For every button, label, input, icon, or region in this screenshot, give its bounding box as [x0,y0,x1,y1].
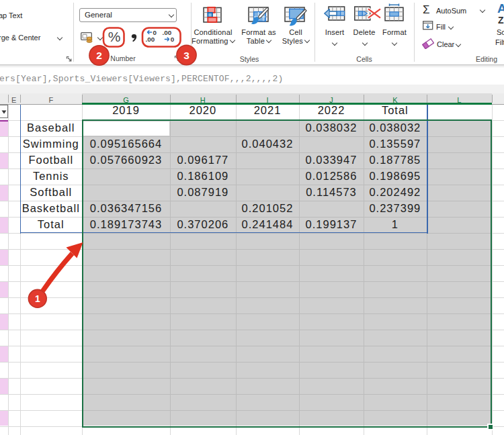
svg-text:0: 0 [171,36,175,43]
svg-text:.00: .00 [146,36,155,43]
